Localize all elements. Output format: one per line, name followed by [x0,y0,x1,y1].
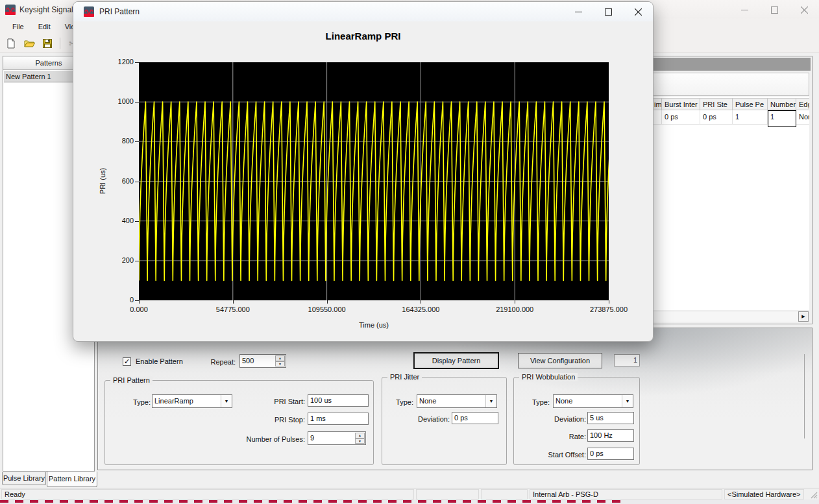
column-header-number[interactable]: Number [768,99,796,110]
x-tick-mark [421,300,421,304]
keysight-logo-icon [84,6,94,17]
pri-start-label: PRI Start: [249,397,305,407]
save-icon[interactable] [40,36,55,51]
status-bar: Ready Internal Arb - PSG-D <Simulated Ha… [0,488,819,499]
x-axis-label: Time (us) [345,321,403,329]
chart-plot-area [139,62,609,300]
toolbar-separator [60,38,60,49]
new-file-icon[interactable] [4,36,18,51]
wobbulation-rate-label: Rate: [546,432,586,442]
wobbulation-start-offset-field[interactable]: 0 ps [587,448,634,460]
wobbulation-deviation-field[interactable]: 5 us [587,412,634,424]
y-tick-label: 400 [98,217,134,224]
pattern-controls-panel: ✓ Enable Pattern Repeat: 500 ▲▼ Display … [97,328,813,470]
menu-file[interactable]: File [5,21,31,32]
x-tick-mark [139,300,140,304]
pri-pattern-group: PRI Pattern Type: LinearRamp ▼ PRI Start… [104,380,374,465]
jitter-type-value: None [419,397,436,405]
tab-pattern-library[interactable]: Pattern Library [47,472,97,487]
wobbulation-type-value: None [556,397,572,405]
repeat-stepper[interactable]: 500 ▲▼ [239,354,286,368]
close-icon[interactable] [623,2,653,21]
dialog-title: PRI Pattern [99,7,140,16]
tab-pulse-library[interactable]: Pulse Library [2,472,46,485]
pri-pattern-group-label: PRI Pattern [110,376,153,385]
pri-jitter-group: PRI Jitter Type: None ▼ Deviation: 0 ps [382,377,507,465]
minimize-icon[interactable] [729,0,759,19]
pri-waveform [139,62,609,300]
pattern-count-field: 1 [614,354,640,366]
cell-edge[interactable]: None [796,110,809,124]
chevron-down-icon[interactable]: ▼ [622,395,633,407]
pri-pattern-dialog: PRI Pattern LinearRamp PRI PRI (us) 0200… [73,1,654,342]
pri-wobbulation-group: PRI Wobbulation Type: None ▼ Deviation: … [513,377,640,465]
spin-up-icon[interactable]: ▲ [275,355,285,361]
panel-divider [804,354,805,438]
scroll-right-arrow-icon[interactable]: ▶ [798,311,809,322]
desktop-wallpaper-strip [0,499,819,504]
minimize-icon[interactable] [563,2,593,21]
maximize-icon[interactable] [759,0,789,19]
spin-up-icon[interactable]: ▲ [355,433,365,438]
main-window-title: Keysight Signal [19,5,73,14]
jitter-type-dropdown[interactable]: None ▼ [417,394,497,408]
dialog-window-controls [563,2,653,21]
y-tick-label: 800 [98,137,134,145]
open-folder-icon[interactable] [22,36,36,51]
y-tick-label: 200 [98,256,134,264]
chart-title: LinearRamp PRI [73,30,653,42]
cell-pri-ste[interactable]: 0 ps [700,110,733,124]
wobbulation-type-dropdown[interactable]: None ▼ [553,394,633,408]
status-hardware: <Simulated Hardware> [724,489,804,499]
menu-edit[interactable]: Edit [31,21,58,32]
pri-stop-field[interactable]: 1 ms [308,413,369,425]
close-icon[interactable] [789,0,819,19]
pri-stop-label: PRI Stop: [249,415,305,425]
x-tick-label: 273875.000 [580,306,638,313]
spin-down-icon[interactable]: ▼ [275,361,285,367]
column-header-pulse-pe[interactable]: Pulse Pe [733,99,768,110]
cell-pulse-pe[interactable]: 1 [733,110,768,124]
y-tick-label: 1200 [98,58,134,66]
column-header-burst-inter[interactable]: Burst Inter [662,99,700,110]
y-axis-label: PRI (us) [99,155,108,207]
x-tick-mark [233,300,234,304]
enable-pattern-checkbox[interactable]: ✓ [123,357,131,366]
keysight-logo-icon [5,5,16,15]
resize-grip-icon[interactable] [810,491,818,500]
repeat-value: 500 [242,355,254,366]
cell-burst-inter[interactable]: 0 ps [662,110,700,124]
number-of-pulses-value: 9 [310,433,314,444]
display-pattern-button[interactable]: Display Pattern [414,353,498,368]
y-tick-mark [135,300,139,301]
x-tick-mark [327,300,328,304]
pri-type-dropdown[interactable]: LinearRamp ▼ [152,394,232,408]
maximize-icon[interactable] [593,2,623,21]
chevron-down-icon[interactable]: ▼ [221,395,232,407]
wobbulation-start-offset-label: Start Offset: [538,450,586,460]
column-header-pri-ste[interactable]: PRI Ste [700,99,733,110]
dialog-titlebar[interactable]: PRI Pattern [73,2,653,21]
x-tick-label: 219100.000 [485,306,544,313]
view-configuration-button[interactable]: View Configuration [518,353,602,368]
wobbulation-type-label: Type: [524,398,550,407]
spin-down-icon[interactable]: ▼ [355,438,365,444]
pri-type-value: LinearRamp [154,397,193,405]
pri-start-field[interactable]: 100 us [308,394,369,407]
wobbulation-deviation-label: Deviation: [546,414,586,424]
wobbulation-rate-field[interactable]: 100 Hz [587,429,634,442]
pri-wobbulation-group-label: PRI Wobbulation [519,373,578,381]
number-of-pulses-stepper[interactable]: 9 ▲▼ [308,431,366,445]
x-tick-mark [515,300,515,304]
x-tick-label: 109550.000 [298,306,356,313]
application-window: Keysight Signal File Edit View ✂ Pattern… [0,0,819,504]
x-tick-label: 54775.000 [204,306,262,313]
x-tick-label: 164325.000 [391,306,450,313]
column-header-edge[interactable]: Edge [796,99,809,110]
jitter-deviation-field[interactable]: 0 ps [452,412,498,424]
y-tick-label: 1000 [98,97,134,105]
cell-number-focused[interactable]: 1 [768,110,796,127]
status-ready: Ready [1,489,414,499]
chevron-down-icon[interactable]: ▼ [485,395,496,407]
repeat-label: Repeat: [195,357,236,367]
